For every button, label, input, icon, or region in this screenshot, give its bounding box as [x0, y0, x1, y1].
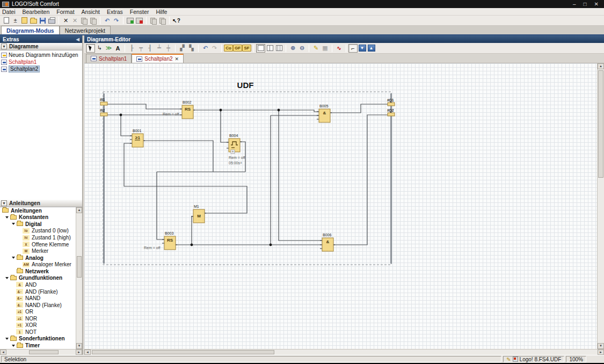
tree-item-grundfunktionen[interactable]: Grundfunktionen	[0, 275, 76, 282]
align-bottom-icon[interactable]: ┷	[155, 44, 164, 53]
tree-vertical-scrollbar[interactable]: ▲ ▼	[76, 207, 82, 349]
align-right-icon[interactable]: ┨	[145, 44, 155, 53]
wire[interactable]	[107, 104, 182, 109]
diagram-list-item[interactable]: Schaltplan1	[0, 59, 82, 65]
block-B002[interactable]: B002RSRem = off	[163, 100, 195, 119]
chevron-down-icon[interactable]: ▼	[1, 43, 7, 49]
menu-extras[interactable]: Extras	[107, 9, 123, 15]
tree-item-digital[interactable]: Digital	[0, 221, 76, 228]
cut-icon[interactable]: ✕	[61, 16, 70, 25]
text-tool-icon[interactable]: A	[113, 44, 122, 53]
diagram-canvas[interactable]: UDF#I1#I2#Q1#Q2B001≥1B002RSRem = offB003…	[84, 63, 597, 349]
tree-item-nand-flanke-[interactable]: &↓NAND (Flanke)	[0, 302, 76, 309]
terminal-Q2[interactable]	[388, 113, 395, 116]
canvas-horizontal-scrollbar[interactable]: ◄ ►	[84, 349, 604, 355]
scroll-right-icon[interactable]: ►	[76, 350, 82, 355]
tree-item-zustand-0-low-[interactable]: loZustand 0 (low)	[0, 228, 76, 235]
constants-button[interactable]: Co	[224, 44, 233, 53]
block-B003[interactable]: B003RSRem = off	[144, 231, 177, 250]
zoom-in-icon[interactable]: ⊕	[288, 44, 297, 53]
wire[interactable]	[221, 110, 229, 142]
block-B001[interactable]: B001≥1	[130, 129, 145, 147]
wire[interactable]	[330, 104, 388, 113]
logo-to-pc-icon[interactable]	[135, 16, 144, 25]
menu-bearbeiten[interactable]: Bearbeiten	[23, 9, 50, 15]
undo-icon[interactable]: ↶	[201, 44, 210, 53]
tree-item-nor[interactable]: ≥1NOR	[0, 315, 76, 322]
tab-diagramm-modus[interactable]: Diagramm-Modus	[1, 26, 60, 34]
expander-icon[interactable]	[5, 277, 9, 279]
wire[interactable]	[193, 110, 319, 112]
new-diagram-icon[interactable]	[20, 16, 29, 25]
tab-netzwerkprojekt[interactable]: Netzwerkprojekt	[60, 26, 111, 34]
upload-logo-pc-icon[interactable]: ▲	[367, 44, 376, 53]
menu-datei[interactable]: Datei	[2, 9, 16, 15]
redo-icon[interactable]: ↷	[210, 44, 219, 53]
minimize-button[interactable]: –	[573, 1, 576, 7]
tree-item-analog[interactable]: Analog	[0, 254, 76, 261]
diagrams-section-header[interactable]: ▼ Diagramme	[0, 43, 82, 50]
convert-tool-icon[interactable]: ≫	[104, 44, 113, 53]
block-M1[interactable]: M1M	[191, 205, 206, 223]
scrollbar-thumb[interactable]	[598, 70, 603, 178]
ref-data-icon[interactable]	[149, 16, 158, 25]
scrollbar-thumb[interactable]	[92, 350, 274, 354]
context-help-icon[interactable]: ↖?	[172, 16, 181, 25]
close-button[interactable]: ✕	[594, 1, 599, 7]
new-file-icon[interactable]	[2, 16, 11, 25]
select-tool-icon[interactable]	[86, 44, 95, 53]
expander-icon[interactable]	[12, 223, 15, 225]
expander-icon[interactable]	[5, 216, 9, 219]
comment-tool-icon[interactable]: ✎	[311, 44, 321, 53]
expand-icon[interactable]: +	[231, 150, 234, 154]
tree-item-timer[interactable]: Timer	[0, 342, 76, 349]
expander-icon[interactable]	[5, 338, 9, 340]
tree-item-xor[interactable]: =1XOR	[0, 322, 76, 329]
select-area-icon[interactable]: ▦	[321, 44, 330, 53]
doc-tab-schaltplan2[interactable]: Schaltplan2✕	[132, 54, 184, 63]
tree-item-merker[interactable]: MMerker	[0, 247, 76, 254]
tree-item-or[interactable]: ≥1OR	[0, 308, 76, 315]
simulation-button[interactable]: ∿	[334, 44, 344, 53]
tree-item-offene-klemme[interactable]: XOffene Klemme	[0, 241, 76, 248]
redo-icon[interactable]: ↷	[112, 16, 121, 25]
scrollbar-thumb[interactable]	[77, 256, 82, 278]
block-B005[interactable]: B005&	[317, 104, 332, 122]
diagram-list-item[interactable]: Neues Diagramm hinzufügen	[0, 52, 82, 59]
tree-item-analoger-merker[interactable]: AMAnaloger Merker	[0, 261, 76, 268]
panel-collapse-icon[interactable]: ◀	[76, 37, 79, 42]
open-icon[interactable]	[29, 16, 38, 25]
terminal-I2[interactable]	[100, 113, 107, 116]
print-icon[interactable]	[47, 16, 56, 25]
menu-hilfe[interactable]: Hilfe	[156, 9, 167, 15]
distribute-icon[interactable]: ┿	[164, 44, 173, 53]
ref-data-2-icon[interactable]	[158, 16, 167, 25]
maximize-button[interactable]: □	[584, 1, 587, 7]
paste-icon[interactable]	[89, 16, 98, 25]
tree-item-anleitungen[interactable]: Anleitungen	[0, 207, 76, 214]
scroll-left-icon[interactable]: ◄	[0, 350, 6, 355]
wire[interactable]	[121, 115, 132, 136]
tree-item-sonderfunktionen[interactable]: Sonderfunktionen	[0, 336, 76, 343]
connector-tool-icon[interactable]: ↳	[95, 44, 104, 53]
import-icon[interactable]: ±	[11, 16, 20, 25]
wire[interactable]	[124, 143, 247, 213]
tree-horizontal-scrollbar[interactable]: ◄ ►	[0, 349, 82, 355]
scroll-down-icon[interactable]: ▼	[76, 343, 82, 349]
tree-item-and-flanke-[interactable]: &↑AND (Flanke)	[0, 288, 76, 295]
wire[interactable]	[157, 172, 164, 239]
close-tab-icon[interactable]: ✕	[175, 56, 179, 62]
tree-item-zustand-1-high-[interactable]: hiZustand 1 (high)	[0, 234, 76, 241]
scroll-left-icon[interactable]: ◄	[84, 350, 91, 355]
canvas-vertical-scrollbar[interactable]: ▲ ▼	[597, 63, 604, 349]
special-functions-button[interactable]: SF	[242, 44, 251, 53]
align-left-icon[interactable]: ┠	[127, 44, 136, 53]
scroll-right-icon[interactable]: ►	[598, 350, 604, 355]
expander-icon[interactable]	[12, 345, 15, 347]
instructions-section-header[interactable]: ▼ Anleitungen	[0, 200, 82, 207]
terminal-Q1[interactable]	[388, 103, 395, 106]
block-B004[interactable]: B004+Rem = off05:00s+	[227, 134, 245, 165]
menu-fenster[interactable]: Fenster	[130, 9, 149, 15]
wire[interactable]	[143, 141, 213, 172]
zoom-out-icon[interactable]: ⊖	[297, 44, 307, 53]
